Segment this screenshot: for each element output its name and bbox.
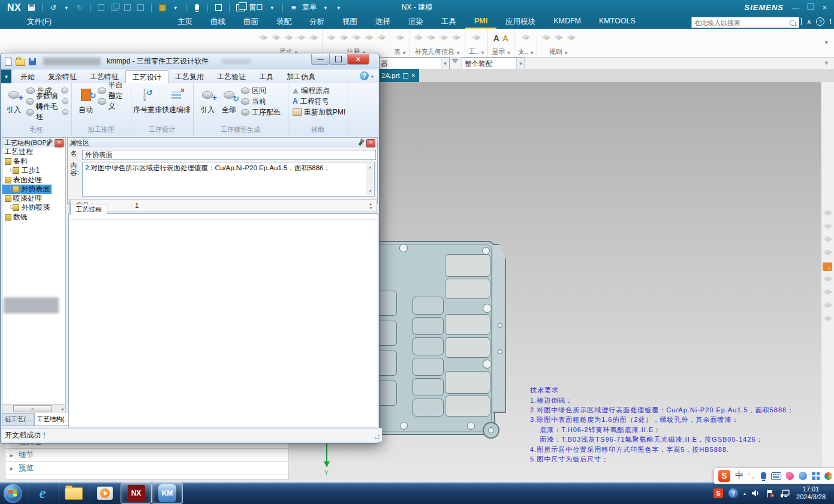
part-flange[interactable] [493, 244, 506, 413]
skin-icon[interactable] [786, 472, 794, 480]
file-menu[interactable]: 文件(F) [27, 17, 52, 27]
custom-button[interactable]: 自定义 [98, 96, 129, 107]
restore-button[interactable] [808, 4, 814, 12]
pmi-sphere-tool-icon[interactable] [823, 276, 832, 284]
taskbar-nx-button[interactable]: NX [121, 482, 152, 504]
pmi-geometry-icon[interactable] [414, 35, 423, 42]
ribbon-tab[interactable]: 装配 [267, 15, 300, 29]
pmi-style-a-icon[interactable]: A [493, 34, 499, 43]
window-dropdown-icon[interactable] [267, 3, 276, 12]
selection-bar-overflow-icon[interactable]: ▼ [824, 60, 829, 66]
pmi-annotation-icon[interactable] [339, 35, 348, 42]
reload-pmi-button[interactable]: 重新加载PMI [293, 107, 347, 117]
dialog-tab[interactable]: 开始 [14, 70, 41, 83]
pmi-rule-icon[interactable] [553, 35, 563, 42]
pmi-list-tool-icon[interactable] [823, 262, 832, 271]
minimize-button[interactable]: — [792, 4, 799, 12]
tree-item[interactable]: 备料 [2, 157, 29, 167]
pmi-edit-tool-icon[interactable] [823, 289, 832, 297]
programming-origin-button[interactable]: 编程原点 [293, 85, 347, 96]
fullscreen-icon[interactable] [794, 18, 802, 25]
repeat-icon[interactable] [136, 3, 145, 12]
dialog-tab[interactable]: 工艺设计 [125, 70, 168, 83]
pin-icon[interactable] [403, 73, 408, 79]
taskbar-explorer-button[interactable] [58, 483, 89, 503]
import-model-button[interactable]: 引入 [195, 86, 219, 115]
dialog-tab[interactable]: 工具 [252, 70, 280, 83]
pmi-dimension-icon[interactable] [284, 35, 293, 42]
process-tab[interactable]: 工艺过程 [70, 204, 107, 215]
soft-keyboard-icon[interactable] [771, 472, 781, 480]
help-icon[interactable]: ? [816, 17, 824, 26]
network-icon[interactable] [780, 489, 791, 498]
scrollbar-thumb[interactable] [13, 405, 52, 412]
taskbar-ie-button[interactable]: e [27, 483, 58, 503]
copy-icon[interactable] [110, 3, 119, 12]
pmi-annotation-icon[interactable] [377, 35, 386, 42]
toolbox-icon[interactable] [824, 472, 832, 480]
pmi-rule-icon[interactable] [566, 35, 576, 42]
ribbon-tab[interactable]: 渲染 [399, 15, 432, 29]
selection-filter-combo[interactable]: 器 [378, 58, 450, 70]
punctuation-indicator[interactable]: ’， [748, 472, 756, 481]
process-content-area[interactable] [68, 213, 378, 427]
tree-item[interactable]: 外协表面 [2, 185, 52, 194]
interval-button[interactable]: 区间 [241, 85, 287, 96]
ribbon-tab[interactable]: PMI [465, 15, 496, 29]
help-tray-icon[interactable]: ? [728, 488, 738, 498]
menu-dropdown[interactable]: 菜单 [302, 2, 317, 13]
tree-item[interactable]: 表面处理 [2, 176, 44, 185]
pmi-dimension-icon[interactable] [258, 35, 268, 42]
taskbar-km-button[interactable]: KM [152, 482, 183, 504]
launcher-icon[interactable] [62, 98, 68, 104]
tray-expand-icon[interactable] [743, 491, 746, 496]
ribbon-tab[interactable]: 选择 [366, 15, 399, 29]
close-tab-icon[interactable] [411, 71, 416, 80]
action-center-flag-icon[interactable]: × [766, 489, 775, 498]
apps-grid-icon[interactable] [812, 472, 820, 480]
all-button[interactable]: 全部 [217, 86, 241, 115]
pmi-plane-tool-icon[interactable] [823, 236, 832, 245]
pmi-box-tool-icon[interactable] [823, 315, 832, 324]
taskbar-mediaplayer-button[interactable] [89, 483, 121, 503]
window-menu[interactable]: 窗口 [249, 2, 263, 13]
dialog-tab[interactable]: 加工仿真 [280, 70, 322, 83]
undo-icon[interactable] [49, 3, 58, 12]
sogou-tray-icon[interactable]: S [713, 488, 723, 498]
dialog-help-icon[interactable]: ? [360, 71, 369, 80]
pmi-measure-tool-icon[interactable] [823, 249, 832, 258]
auto-button[interactable]: 自动 [74, 86, 98, 115]
menu-dropdown-icon[interactable] [321, 3, 330, 12]
content-field[interactable]: 2.对图中绿色所示区域进行表面处理镀覆：Cu/Ap.Ni-P20.Ep.Au1.… [82, 162, 375, 197]
ribbon-overflow-icon[interactable]: ▼ [824, 40, 829, 46]
emoji-icon[interactable] [799, 472, 807, 480]
pmi-dimension-icon[interactable] [296, 35, 306, 42]
dialog-restore-button[interactable] [329, 54, 348, 65]
redo-icon[interactable] [75, 3, 84, 12]
pmi-geometry-icon[interactable] [451, 35, 461, 42]
tree-item[interactable]: 喷漆处理 [2, 194, 44, 204]
ribbon-tab[interactable]: 曲面 [234, 15, 267, 29]
scroll-right-icon[interactable] [62, 406, 65, 412]
pmi-geometry-icon[interactable] [439, 35, 448, 42]
close-button[interactable]: × [823, 4, 827, 12]
filter-icon[interactable] [451, 59, 459, 64]
renumber-button[interactable]: 123 序号重排 [133, 86, 162, 115]
pmi-annotation-icon[interactable] [364, 35, 374, 42]
resize-grip[interactable] [374, 433, 381, 440]
ribbon-tab[interactable]: 曲线 [201, 15, 234, 29]
pmi-edit-style-icon[interactable]: A [502, 34, 508, 43]
dialog-titlebar[interactable]: kmmpd - 三维零件工艺设计软件 — ✕ [1, 53, 379, 70]
sogou-logo[interactable]: S [718, 470, 730, 482]
pmi-annotation-icon[interactable] [326, 35, 336, 42]
import-blank-button[interactable]: 引入 [2, 86, 26, 115]
undo-dropdown-icon[interactable] [62, 3, 71, 12]
dialog-minimize-button[interactable]: — [311, 54, 330, 65]
qat-overflow-icon[interactable] [334, 3, 343, 12]
alert-icon[interactable]: ! [829, 18, 832, 25]
volume-icon[interactable] [751, 489, 760, 497]
ribbon-tab[interactable]: KMTOOLS [590, 15, 645, 29]
ribbon-tab[interactable]: 视图 [333, 15, 366, 29]
document-tab[interactable]: 2A.prt [378, 69, 419, 82]
current-button[interactable]: 当前 [241, 96, 287, 107]
